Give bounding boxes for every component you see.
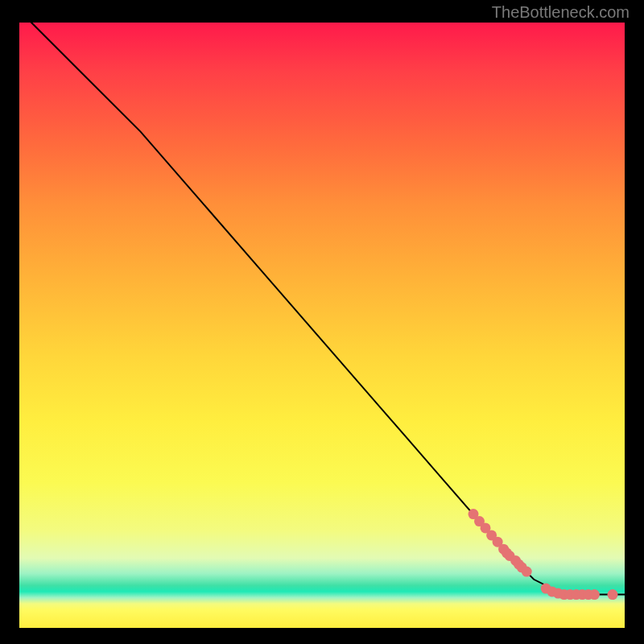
curve-line [19,10,625,595]
chart-overlay [19,23,625,628]
marker-layer [469,509,618,600]
chart-root: { "attribution": "TheBottleneck.com", "c… [0,0,644,644]
data-marker [589,589,600,600]
data-marker [522,567,532,577]
attribution-text: TheBottleneck.com [492,3,630,22]
data-marker [608,589,618,600]
